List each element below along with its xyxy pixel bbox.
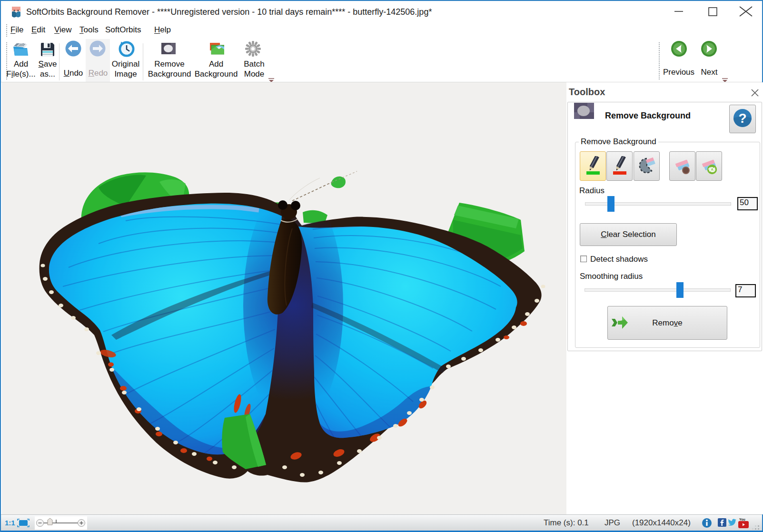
svg-text:?: ?	[738, 111, 746, 126]
svg-text:You: You	[739, 518, 745, 521]
